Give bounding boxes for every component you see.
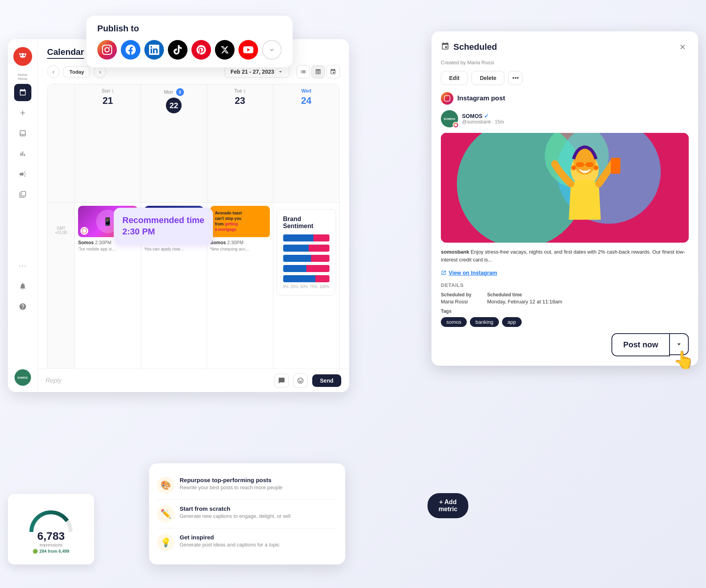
emoji-icon[interactable] bbox=[293, 374, 308, 388]
calendar-title: Calendar bbox=[47, 47, 84, 59]
today-button[interactable]: Today bbox=[64, 66, 90, 78]
sidebar-item-compose[interactable] bbox=[14, 104, 31, 122]
ig-tag-somos[interactable]: somos bbox=[441, 317, 467, 327]
youtube-icon[interactable] bbox=[238, 40, 258, 60]
avatar-text: SOMOS bbox=[17, 376, 27, 379]
sidebar-item-inbox[interactable] bbox=[14, 125, 31, 142]
ai-repurpose-desc: Rewrite your best posts to reach more pe… bbox=[180, 485, 282, 490]
post-image-tue: Avocado toastcan't stop youfrom gettinga… bbox=[210, 206, 270, 237]
tuesday-cell: Avocado toastcan't stop youfrom gettinga… bbox=[207, 203, 273, 384]
gauge-display bbox=[25, 505, 76, 534]
instagram-icon[interactable] bbox=[97, 40, 117, 60]
ig-tags-section: Tags somos banking app bbox=[441, 309, 689, 327]
ai-tools-panel: 🎨 Repurpose top-performing posts Rewrite… bbox=[149, 463, 345, 564]
tiktok-icon[interactable] bbox=[168, 40, 187, 60]
ig-more-button[interactable]: ••• bbox=[508, 71, 522, 85]
sidebar-item-more[interactable]: ··· bbox=[14, 257, 31, 274]
calendar-view-button[interactable] bbox=[326, 65, 340, 78]
prev-period-button[interactable]: ‹ bbox=[47, 65, 60, 78]
ig-view-link-text: View on Instagram bbox=[449, 270, 497, 276]
ig-details-title: Details bbox=[441, 282, 689, 288]
recommended-time-line2: 2:30 PM bbox=[122, 226, 204, 238]
ig-scheduled-time-value: Monday, February 12 at 11:18am bbox=[487, 299, 562, 305]
ig-edit-button[interactable]: Edit bbox=[441, 71, 468, 85]
list-view-button[interactable] bbox=[297, 65, 310, 78]
app-logo[interactable] bbox=[13, 47, 32, 66]
ig-post-type-label: Instagram post bbox=[457, 94, 505, 102]
column-view-button[interactable] bbox=[311, 65, 325, 78]
publish-panel: Publish to bbox=[86, 16, 293, 67]
tue-header: Tue 1 23 bbox=[207, 84, 273, 203]
bar-row-1 bbox=[283, 234, 330, 241]
ig-account-info: SOMOS ✓ @somosbank · 15m bbox=[462, 113, 504, 125]
svg-point-4 bbox=[21, 55, 22, 56]
ai-scratch-desc: Generate new captions to engage, delight… bbox=[180, 513, 291, 519]
svg-rect-17 bbox=[611, 158, 620, 174]
sun-header: Sun 1 21 bbox=[75, 84, 141, 203]
ig-close-button[interactable]: ✕ bbox=[676, 41, 689, 53]
svg-point-5 bbox=[24, 55, 24, 56]
x-twitter-icon[interactable] bbox=[215, 40, 235, 60]
sidebar-item-campaigns[interactable] bbox=[14, 165, 31, 183]
impressions-delta: 🟢 284 from 6,499 bbox=[33, 549, 69, 554]
recommended-time-line1: Recommended time bbox=[122, 215, 204, 226]
facebook-icon[interactable] bbox=[121, 40, 140, 60]
ai-tool-repurpose[interactable]: 🎨 Repurpose top-performing posts Rewrite… bbox=[157, 471, 337, 500]
inspired-icon: 💡 bbox=[157, 534, 174, 551]
bar-labels: 0% 25% 50% 75% 100% bbox=[283, 285, 330, 289]
publish-title: Publish to bbox=[97, 24, 282, 34]
post-time-sun: 2:30PM bbox=[95, 240, 111, 245]
ig-account-row: SOMOS SOMOS ✓ @somosbank · 15m bbox=[441, 110, 689, 127]
send-button[interactable]: Send bbox=[312, 374, 341, 387]
reply-bar: Reply Send bbox=[38, 368, 349, 392]
ig-caption: somosbank Enjoy stress-free vacays, nigh… bbox=[441, 248, 689, 263]
svg-point-18 bbox=[571, 165, 576, 170]
ai-repurpose-content: Repurpose top-performing posts Rewrite y… bbox=[180, 477, 282, 490]
ig-account-avatar: SOMOS bbox=[441, 110, 458, 127]
more-platforms-button[interactable] bbox=[262, 40, 282, 60]
ig-tag-app[interactable]: app bbox=[502, 317, 522, 327]
ig-view-on-instagram[interactable]: View on Instagram bbox=[441, 270, 689, 276]
post-now-button[interactable]: Post now bbox=[611, 333, 670, 356]
reply-placeholder[interactable]: Reply bbox=[45, 377, 270, 384]
sidebar-item-notifications[interactable] bbox=[14, 278, 31, 295]
repurpose-icon: 🎨 bbox=[157, 477, 174, 494]
view-toggle bbox=[297, 65, 340, 78]
add-metric-button[interactable]: + Add metric bbox=[428, 493, 468, 518]
user-avatar[interactable]: SOMOS bbox=[15, 369, 31, 386]
ai-tool-inspired[interactable]: 💡 Get inspired Generate post ideas and c… bbox=[157, 528, 337, 557]
wed-date: 24 bbox=[277, 95, 337, 106]
mon-header: Mon 3 22 bbox=[141, 84, 207, 203]
post-desc-mon: You can apply now... bbox=[144, 247, 204, 251]
svg-rect-15 bbox=[586, 162, 593, 167]
ig-delete-button[interactable]: Delete bbox=[471, 71, 504, 85]
ig-platform-icon bbox=[441, 92, 453, 105]
impressions-widget: 6,783 impressions 🟢 284 from 6,499 bbox=[8, 494, 94, 564]
sidebar-item-calendar[interactable] bbox=[14, 84, 31, 101]
bar-row-2 bbox=[283, 245, 330, 252]
post-card-tue[interactable]: Avocado toastcan't stop youfrom gettinga… bbox=[210, 206, 270, 251]
sidebar-item-streams[interactable] bbox=[14, 186, 31, 203]
date-range-label: Feb 21 - 27, 2023 bbox=[231, 69, 274, 75]
message-icon[interactable] bbox=[275, 374, 289, 388]
ig-tags-label: Tags bbox=[441, 309, 689, 314]
ig-account-display: SOMOS bbox=[462, 113, 482, 119]
pinterest-icon[interactable] bbox=[191, 40, 211, 60]
ig-details-section: Details Scheduled by Maria Rossi Schedul… bbox=[441, 282, 689, 327]
more-dots-icon: ··· bbox=[18, 261, 27, 271]
ig-scheduled-time: Scheduled time Monday, February 12 at 11… bbox=[487, 292, 562, 305]
ig-tag-banking[interactable]: banking bbox=[470, 317, 499, 327]
post-account-sun: Somos bbox=[78, 240, 95, 245]
post-account-tue: Somos bbox=[210, 240, 227, 245]
ig-calendar-icon bbox=[441, 42, 449, 53]
sidebar-item-help[interactable] bbox=[14, 298, 31, 315]
sidebar-item-analytics[interactable] bbox=[14, 145, 31, 162]
ig-post-type: Instagram post bbox=[441, 92, 689, 105]
wed-header: Wed 24 bbox=[273, 84, 340, 203]
linkedin-icon[interactable] bbox=[144, 40, 164, 60]
ig-post-image bbox=[441, 133, 689, 243]
ai-tool-scratch[interactable]: ✏️ Start from scratch Generate new capti… bbox=[157, 500, 337, 528]
date-range-button[interactable]: Feb 21 - 27, 2023 bbox=[225, 66, 289, 78]
instagram-panel: Scheduled ✕ Created by Maria Rossi Edit … bbox=[431, 31, 698, 366]
ai-inspired-desc: Generate post ideas and captions for a t… bbox=[180, 542, 280, 548]
